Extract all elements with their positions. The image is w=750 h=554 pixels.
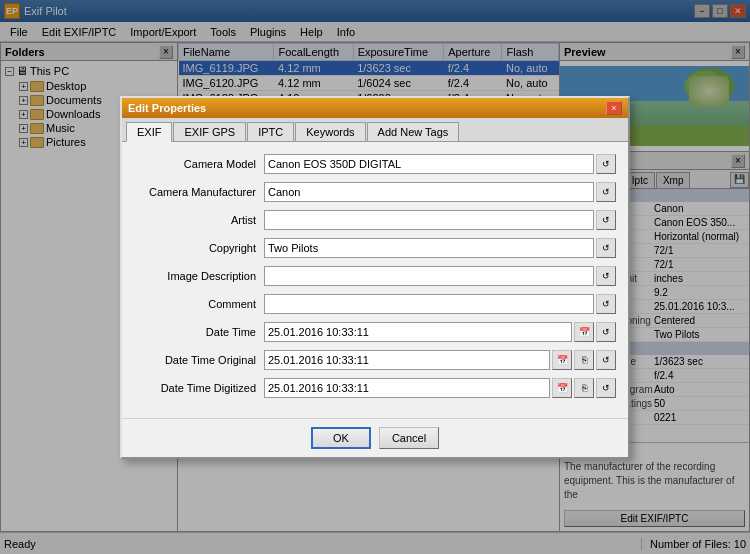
modal-footer: OK Cancel	[122, 418, 628, 457]
modal-tab-addnewtags[interactable]: Add New Tags	[367, 122, 460, 141]
modal-title-bar: Edit Properties ×	[122, 98, 628, 118]
calendar-datetime-digitized[interactable]: 📅	[552, 378, 572, 398]
reset-datetime-original[interactable]: ↺	[596, 350, 616, 370]
input-artist[interactable]	[264, 210, 594, 230]
reset-copyright[interactable]: ↺	[596, 238, 616, 258]
label-camera-model: Camera Model	[134, 158, 264, 170]
form-row-comment: Comment ↺	[134, 294, 616, 314]
form-row-camera-model: Camera Model ↺	[134, 154, 616, 174]
form-row-datetime-original: Date Time Original 📅 ⎘ ↺	[134, 350, 616, 370]
input-camera-manufacturer[interactable]	[264, 182, 594, 202]
modal-tab-exifgps[interactable]: EXIF GPS	[173, 122, 246, 141]
label-copyright: Copyright	[134, 242, 264, 254]
label-datetime-digitized: Date Time Digitized	[134, 382, 264, 394]
edit-properties-modal: Edit Properties × EXIF EXIF GPS IPTC Key…	[120, 96, 630, 459]
modal-tab-exif[interactable]: EXIF	[126, 122, 172, 142]
form-row-copyright: Copyright ↺	[134, 238, 616, 258]
label-datetime-original: Date Time Original	[134, 354, 264, 366]
reset-datetime[interactable]: ↺	[596, 322, 616, 342]
reset-datetime-digitized[interactable]: ↺	[596, 378, 616, 398]
form-row-image-description: Image Description ↺	[134, 266, 616, 286]
modal-title: Edit Properties	[128, 102, 206, 114]
input-copyright[interactable]	[264, 238, 594, 258]
label-comment: Comment	[134, 298, 264, 310]
modal-overlay: Edit Properties × EXIF EXIF GPS IPTC Key…	[0, 0, 750, 554]
label-artist: Artist	[134, 214, 264, 226]
calendar-datetime-original[interactable]: 📅	[552, 350, 572, 370]
input-camera-model[interactable]	[264, 154, 594, 174]
input-image-description[interactable]	[264, 266, 594, 286]
label-image-description: Image Description	[134, 270, 264, 282]
modal-cancel-button[interactable]: Cancel	[379, 427, 439, 449]
reset-camera-manufacturer[interactable]: ↺	[596, 182, 616, 202]
modal-ok-button[interactable]: OK	[311, 427, 371, 449]
calendar-datetime[interactable]: 📅	[574, 322, 594, 342]
input-datetime-original[interactable]	[264, 350, 550, 370]
modal-tab-iptc[interactable]: IPTC	[247, 122, 294, 141]
label-camera-manufacturer: Camera Manufacturer	[134, 186, 264, 198]
input-comment[interactable]	[264, 294, 594, 314]
label-datetime: Date Time	[134, 326, 264, 338]
input-datetime-digitized[interactable]	[264, 378, 550, 398]
form-row-datetime: Date Time 📅 ↺	[134, 322, 616, 342]
copy-datetime-digitized[interactable]: ⎘	[574, 378, 594, 398]
input-datetime[interactable]	[264, 322, 572, 342]
copy-datetime-original[interactable]: ⎘	[574, 350, 594, 370]
modal-close-button[interactable]: ×	[606, 101, 622, 115]
form-row-datetime-digitized: Date Time Digitized 📅 ⎘ ↺	[134, 378, 616, 398]
reset-camera-model[interactable]: ↺	[596, 154, 616, 174]
reset-image-description[interactable]: ↺	[596, 266, 616, 286]
modal-form: Camera Model ↺ Camera Manufacturer ↺ Art…	[122, 142, 628, 418]
modal-tab-keywords[interactable]: Keywords	[295, 122, 365, 141]
form-row-artist: Artist ↺	[134, 210, 616, 230]
modal-tabs: EXIF EXIF GPS IPTC Keywords Add New Tags	[122, 118, 628, 142]
reset-artist[interactable]: ↺	[596, 210, 616, 230]
form-row-camera-manufacturer: Camera Manufacturer ↺	[134, 182, 616, 202]
reset-comment[interactable]: ↺	[596, 294, 616, 314]
